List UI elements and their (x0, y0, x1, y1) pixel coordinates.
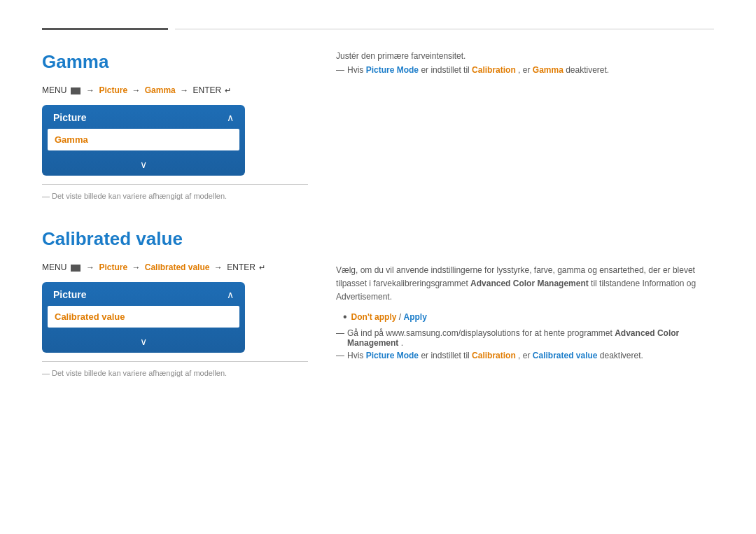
note-end: , er (518, 65, 530, 75)
panel-arrow-up[interactable]: ∧ (227, 112, 234, 123)
gamma-note: Det viste billede kan variere afhængigt … (42, 192, 308, 200)
note-suffix: deaktiveret. (566, 65, 609, 75)
page-content: Gamma MENU → Picture → Gamma → ENTER ↵ P… (42, 51, 714, 398)
em-dash3: — (336, 351, 344, 360)
apply-text: Apply (403, 312, 426, 322)
menu-icon2 (71, 265, 80, 272)
link-end: . (401, 338, 403, 348)
menu-label: MENU (42, 85, 66, 95)
arrow3: → (180, 85, 188, 95)
cal-note-highlight3: Calibrated value (533, 351, 598, 360)
calibrated-link: Calibrated value (145, 262, 210, 272)
note-prefix: Hvis (347, 65, 363, 75)
top-divider (42, 28, 714, 30)
enter-icon: ↵ (225, 86, 231, 95)
menu-label2: MENU (42, 262, 66, 272)
note-text-content: Hvis Picture Mode er indstillet til Cali… (347, 65, 609, 75)
arrow1: → (86, 85, 94, 95)
gamma-description: Justér den primære farveintensitet. — Hv… (336, 51, 714, 75)
gamma-desc-main: Justér den primære farveintensitet. (336, 51, 714, 61)
bullet-dot: • (343, 311, 347, 323)
cal-note-highlight2: Calibration (472, 351, 516, 360)
em-dash: — (336, 65, 344, 75)
arrow4: → (86, 262, 94, 272)
note-mid: er indstillet til (421, 65, 469, 75)
cal-note-highlight1: Picture Mode (366, 351, 419, 360)
enter-label: ENTER (192, 85, 221, 95)
calibrated-desc-main: Vælg, om du vil anvende indstillingerne … (336, 264, 714, 304)
calibrated-picture-panel: Picture ∧ Calibrated value ∨ (42, 282, 245, 353)
enter-icon2: ↵ (259, 263, 265, 272)
panel-arrow-down[interactable]: ∨ (42, 156, 245, 176)
bullet-list: • Don't apply / Apply (343, 311, 714, 323)
right-column: Justér den primære farveintensitet. — Hv… (336, 51, 714, 398)
panel-title: Picture (53, 112, 86, 123)
cal-note-end: , er (518, 351, 530, 360)
gamma-item-label: Gamma (55, 134, 88, 145)
separator: / (396, 312, 403, 322)
gamma-divider (42, 184, 308, 185)
gamma-picture-panel: Picture ∧ Gamma 0 ∨ (42, 105, 245, 176)
calibrated-item-label: Calibrated value (55, 311, 125, 322)
gamma-menu-path: MENU → Picture → Gamma → ENTER ↵ (42, 85, 308, 95)
calibrated-divider (42, 361, 308, 362)
gamma-desc-note: — Hvis Picture Mode er indstillet til Ca… (336, 65, 714, 75)
desc-link: — Gå ind på www.samsung.com/displaysolut… (336, 328, 714, 348)
picture-link: Picture (99, 85, 127, 95)
gamma-section: Gamma MENU → Picture → Gamma → ENTER ↵ P… (42, 51, 308, 200)
calibrated-panel-item[interactable]: Calibrated value (48, 306, 239, 328)
calibrated-note: Det viste billede kan variere afhængigt … (42, 369, 308, 377)
bullet-content: Don't apply / Apply (351, 312, 427, 322)
calibrated-title: Calibrated value (42, 228, 308, 250)
dont-apply-text: Don't apply (351, 312, 397, 322)
note-highlight2: Calibration (472, 65, 516, 75)
cal-desc-bold: Advanced Color Management (470, 279, 589, 288)
left-column: Gamma MENU → Picture → Gamma → ENTER ↵ P… (42, 51, 308, 398)
calibrated-note2: — Hvis Picture Mode er indstillet til Ca… (336, 351, 714, 360)
panel-title2: Picture (53, 289, 86, 300)
cal-note-content: Hvis Picture Mode er indstillet til Cali… (347, 351, 643, 360)
note-highlight1: Picture Mode (366, 65, 419, 75)
panel-header2: Picture ∧ (42, 282, 245, 304)
calibrated-section: Calibrated value MENU → Picture → Calibr… (42, 228, 308, 377)
gamma-panel-item[interactable]: Gamma 0 (48, 129, 239, 150)
link-prefix: Gå ind på www.samsung.com/displaysolutio… (347, 328, 612, 338)
gamma-link: Gamma (145, 85, 176, 95)
cal-note-suffix: deaktiveret. (600, 351, 643, 360)
panel-header: Picture ∧ (42, 105, 245, 127)
bullet-item-apply: • Don't apply / Apply (343, 311, 714, 323)
picture-link2: Picture (99, 262, 127, 272)
calibrated-description: Vælg, om du vil anvende indstillingerne … (336, 264, 714, 360)
cal-note-mid: er indstillet til (421, 351, 469, 360)
em-dash2: — (336, 328, 344, 338)
gamma-title: Gamma (42, 51, 308, 73)
arrow5: → (132, 262, 140, 272)
arrow6: → (214, 262, 223, 272)
divider-left (42, 28, 168, 30)
slider-value: 0 (223, 135, 232, 145)
note-highlight3: Gamma (533, 65, 564, 75)
menu-icon (71, 87, 80, 94)
divider-right (175, 29, 714, 29)
link-text: Gå ind på www.samsung.com/displaysolutio… (347, 328, 714, 348)
arrow2: → (132, 85, 140, 95)
slider-fill (95, 139, 162, 141)
enter-label2: ENTER (227, 262, 255, 272)
panel-arrow-down2[interactable]: ∨ (42, 333, 245, 353)
slider-track (95, 139, 217, 141)
gamma-slider[interactable]: 0 (95, 135, 232, 145)
calibrated-menu-path: MENU → Picture → Calibrated value → ENTE… (42, 262, 308, 272)
cal-note-prefix: Hvis (347, 351, 363, 360)
panel-arrow-up2[interactable]: ∧ (227, 289, 234, 300)
